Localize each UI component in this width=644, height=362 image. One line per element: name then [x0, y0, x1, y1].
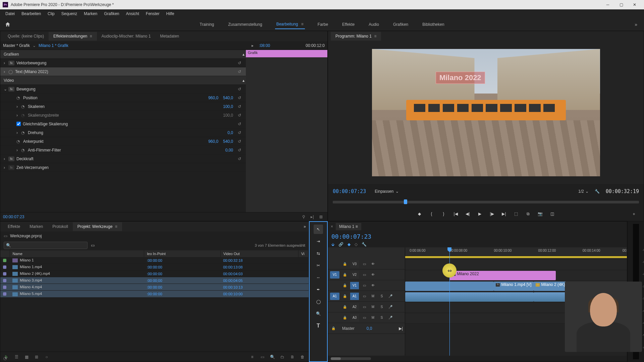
track-a3[interactable]: A3	[350, 314, 359, 321]
mark-in-button[interactable]: {	[427, 209, 437, 219]
col-name[interactable]: Name	[10, 250, 144, 257]
reset-icon[interactable]: ↺	[238, 139, 245, 144]
menu-bearbeiten[interactable]: Bearbeiten	[18, 10, 44, 17]
find-icon[interactable]: 🔍	[269, 354, 276, 360]
reset-icon[interactable]: ↺	[238, 157, 245, 161]
project-row[interactable]: Milano 3.mp4 :00:00;0000:00;04:05	[0, 277, 309, 284]
project-filter-icon[interactable]: ▭	[91, 243, 95, 248]
twisty-icon[interactable]: ›	[4, 157, 8, 161]
col-inpoint[interactable]: leo In-Point	[144, 250, 221, 257]
menu-marken[interactable]: Marken	[80, 10, 101, 17]
project-search-input[interactable]	[12, 243, 85, 248]
new-bin-icon[interactable]: 🗀	[279, 354, 286, 360]
twisty-icon[interactable]: ›	[4, 165, 8, 170]
snap-icon[interactable]: ⬙	[331, 242, 334, 247]
wrench-icon[interactable]: 🔧	[595, 189, 600, 194]
icon-view-icon[interactable]: ▦	[23, 354, 30, 360]
solo-button[interactable]: S	[378, 314, 385, 321]
close-window-button[interactable]: ✕	[628, 0, 641, 9]
ec-position-x[interactable]: 960,0	[208, 96, 218, 100]
voiceover-icon[interactable]: 🎤	[387, 314, 394, 321]
ec-vektorbewegung[interactable]: Vektorbewegung	[16, 61, 238, 65]
new-item-icon[interactable]: 🗎	[289, 354, 296, 360]
ec-deckkraft[interactable]: Deckkraft	[16, 157, 238, 161]
collapse-up-icon[interactable]: ▴	[243, 78, 245, 83]
mark-out-button[interactable]: }	[439, 209, 449, 219]
tab-metadata[interactable]: Metadaten	[155, 32, 184, 41]
stopwatch-icon[interactable]: ◔	[21, 130, 26, 135]
ec-anker-x[interactable]: 960,0	[208, 139, 218, 144]
lock-icon[interactable]: 🔒	[341, 282, 348, 289]
tab-effect-controls[interactable]: Effekteinstellungen ≡	[49, 32, 97, 41]
twisty-icon[interactable]: ›	[16, 113, 21, 118]
ec-play-icon[interactable]: ▸	[252, 43, 254, 48]
reset-icon[interactable]: ↺	[238, 61, 245, 65]
menu-fenster[interactable]: Fenster	[143, 10, 163, 17]
sync-lock-icon[interactable]: ▭	[361, 272, 368, 278]
workspace-menu-icon[interactable]: ≡	[300, 22, 303, 26]
zoom-slider-icon[interactable]: ○	[43, 354, 50, 360]
list-view-icon[interactable]: ☰	[13, 354, 20, 360]
mute-button[interactable]: M	[370, 304, 376, 310]
eye-icon[interactable]: 👁	[370, 261, 376, 267]
solo-button[interactable]: S	[378, 304, 385, 310]
timeline-workarea[interactable]	[405, 256, 627, 258]
workspace-training[interactable]: Training	[198, 20, 215, 29]
lock-icon[interactable]: 🔒	[341, 314, 348, 321]
maximize-button[interactable]: ▢	[614, 0, 628, 9]
project-row[interactable]: Milano 2 (4K).mp4 :00:00:0000:00:04:03	[0, 270, 309, 277]
timeline-zoom-thumb[interactable]	[331, 357, 341, 360]
clip-a1-0[interactable]	[405, 292, 534, 302]
panel-menu-icon[interactable]: ≡	[89, 34, 92, 39]
program-scrubber[interactable]	[328, 199, 644, 207]
linked-selection-icon[interactable]: 🔗	[338, 242, 343, 247]
lock-icon[interactable]: 🔒	[341, 293, 348, 300]
reset-icon[interactable]: ↺	[238, 96, 245, 100]
reset-icon[interactable]: ↺	[238, 104, 245, 109]
timeline-timecode[interactable]: 00:00:07:23	[331, 233, 371, 240]
ec-antiflimmer-val[interactable]: 0,00	[225, 148, 233, 153]
toggle-icon[interactable]: ◯	[8, 69, 14, 74]
lock-icon[interactable]: 🔒	[341, 304, 348, 310]
tool-pen[interactable]: ✒	[314, 285, 323, 294]
step-forward-button[interactable]: |▶	[487, 209, 497, 219]
timeline-marker-icon[interactable]: ◇	[355, 242, 358, 247]
program-timecode-current[interactable]: 00:00:07:23	[333, 188, 366, 194]
ec-bewegung[interactable]: Bewegung	[16, 87, 238, 92]
tool-hand-zoom[interactable]: 🔍	[314, 309, 323, 318]
tool-rectangle[interactable]: ◯	[314, 297, 323, 306]
workspace-zusammenstellung[interactable]: Zusammenstellung	[227, 20, 263, 29]
workspace-audio[interactable]: Audio	[367, 20, 380, 29]
ec-keyframe-area[interactable]: Grafik	[246, 50, 327, 212]
ec-drehung-val[interactable]: 0,0	[227, 130, 233, 135]
reset-icon[interactable]: ↺	[238, 130, 245, 135]
workspace-farbe[interactable]: Farbe	[316, 20, 329, 29]
collapse-up-icon[interactable]: ▴	[243, 52, 245, 57]
ec-uniform-check[interactable]	[16, 122, 21, 126]
tool-track-select[interactable]: ⇥	[314, 237, 323, 246]
tab-effects[interactable]: Effekte	[3, 222, 25, 231]
panel-overflow-icon[interactable]: »	[304, 224, 306, 229]
stopwatch-icon[interactable]: ◔	[21, 113, 26, 118]
extract-button[interactable]: ⧉	[523, 209, 533, 219]
project-row[interactable]: Milano 1 :00:00:0000:00:32:18	[0, 257, 309, 264]
sync-lock-icon[interactable]: ▭	[361, 314, 368, 321]
automate-icon[interactable]: ▭	[259, 354, 266, 360]
ec-anker-y[interactable]: 540,0	[223, 139, 233, 144]
project-row[interactable]: Milano 5.mp4 :00:00:0000:00:10:00	[0, 291, 309, 297]
menu-hilfe[interactable]: Hilfe	[163, 10, 178, 17]
sync-lock-icon[interactable]: ▭	[361, 293, 368, 300]
twisty-icon[interactable]: ›	[16, 130, 21, 135]
twisty-icon[interactable]: ›	[4, 61, 8, 65]
col-vi[interactable]: Vi	[299, 250, 309, 257]
stopwatch-icon[interactable]: ◔	[21, 148, 26, 153]
voiceover-icon[interactable]: 🎤	[387, 293, 394, 300]
tool-type[interactable]: T	[314, 321, 323, 330]
master-val[interactable]: 0,0	[367, 326, 372, 331]
timeline-playhead[interactable]	[449, 247, 450, 356]
minimize-button[interactable]: ─	[601, 0, 614, 9]
tab-source[interactable]: Quelle: (keine Clips)	[3, 32, 49, 41]
sync-lock-icon[interactable]: ▭	[361, 282, 368, 289]
bin-icon[interactable]: ▭	[4, 234, 7, 238]
add-marker-button[interactable]: ◆	[415, 209, 425, 219]
